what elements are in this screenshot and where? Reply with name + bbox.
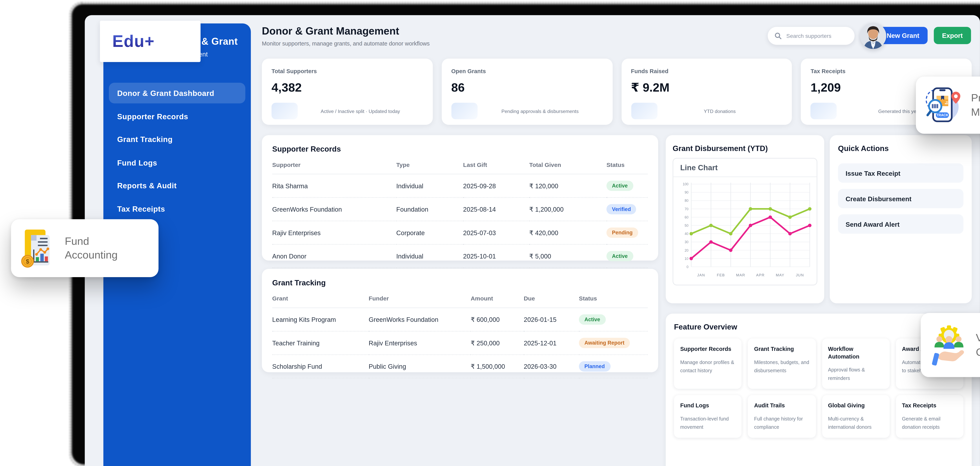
y-tick-label: 100 [682, 182, 689, 186]
y-tick-label: 0 [687, 265, 689, 269]
y-tick-label: 90 [685, 191, 689, 195]
table-cell[interactable]: Rajiv Enterprises [369, 332, 471, 355]
sidebar-item-tax-receipts[interactable]: Tax Receipts [109, 198, 245, 219]
sidebar-item-grant-tracking[interactable]: Grant Tracking [109, 129, 245, 150]
column-header-type: Type [396, 153, 463, 174]
table-cell[interactable]: Planned [579, 355, 648, 378]
table-cell[interactable]: 2025-08-14 [463, 198, 530, 222]
project-monitoring-icon: TRACK [921, 83, 964, 127]
feature-card-fund-logs: Fund LogsTransaction-level fund movement [674, 395, 742, 438]
table-cell[interactable]: 2025-07-03 [463, 221, 530, 245]
table-cell[interactable]: ₹ 250,000 [471, 332, 524, 355]
volunteer-coordination-icon [929, 322, 969, 368]
table-cell[interactable]: Public Giving [369, 355, 471, 378]
month-label: JUN [796, 273, 804, 277]
search-input[interactable] [785, 32, 851, 40]
table-cell[interactable]: Scholarship Fund [272, 355, 369, 378]
feature-overview-title: Feature Overview [674, 322, 964, 331]
y-tick-label: 70 [685, 207, 689, 211]
table-cell[interactable]: Individual [396, 174, 463, 198]
feature-title: Audit Trails [754, 402, 809, 410]
table-cell[interactable]: ₹ 120,000 [529, 174, 606, 198]
export-button[interactable]: Export [934, 27, 971, 44]
month-label: FEB [717, 273, 725, 277]
stat-label: Total Supporters [272, 67, 423, 74]
feature-description: Generate & email donation receipts [902, 415, 957, 431]
quick-action-send-award-alert[interactable]: Send Award Alert [838, 214, 964, 234]
column-header-grant: Grant [272, 287, 369, 308]
quick-action-issue-tax-receipt[interactable]: Issue Tax Receipt [838, 163, 964, 183]
chart-point [689, 257, 693, 260]
table-cell[interactable]: Corporate [396, 221, 463, 245]
table-cell[interactable]: ₹ 1,500,000 [471, 355, 524, 378]
table-cell[interactable]: Rita Sharma [272, 174, 396, 198]
chart-point [768, 215, 772, 219]
month-label: MAY [776, 273, 784, 277]
fund-accounting-badge: $ Fund Accounting [11, 219, 158, 277]
column-header-supporter: Supporter [272, 153, 396, 174]
fund-accounting-label: Fund Accounting [65, 234, 124, 262]
table-cell[interactable]: Verified [606, 198, 648, 222]
status-badge-awaiting-report: Awaiting Report [579, 338, 630, 348]
table-cell[interactable]: Awaiting Report [579, 332, 648, 355]
table-cell[interactable]: Anon Donor [272, 245, 396, 268]
table-cell[interactable]: GreenWorks Foundation [272, 198, 396, 222]
feature-title: Grant Tracking [754, 345, 809, 353]
table-cell[interactable]: Individual [396, 245, 463, 268]
table-cell[interactable]: Foundation [396, 198, 463, 222]
status-badge-active: Active [606, 251, 633, 261]
feature-card-tax-receipts: Tax ReceiptsGenerate & email donation re… [896, 395, 963, 438]
supporter-records-card: Supporter Records SupporterTypeLast Gift… [262, 135, 658, 261]
stat-card-total-supporters: Total Supporters 4,382 Active / Inactive… [262, 59, 433, 125]
status-badge-planned: Planned [579, 361, 610, 372]
status-badge-active: Active [579, 314, 606, 325]
table-cell[interactable]: Rajiv Enterprises [272, 221, 396, 245]
table-cell[interactable]: Learning Kits Program [272, 308, 369, 332]
table-cell[interactable]: 2025-09-28 [463, 174, 530, 198]
logo-card: Edu+ [100, 21, 200, 62]
stat-label: Tax Receipts [811, 67, 962, 74]
feature-description: Milestones, budgets, and disbursements [754, 359, 809, 374]
sidebar-item-supporter-records[interactable]: Supporter Records [109, 106, 245, 126]
table-cell[interactable]: Pending [606, 221, 648, 245]
stat-label: Open Grants [451, 67, 603, 74]
feature-title: Global Giving [828, 402, 883, 410]
y-tick-label: 10 [685, 257, 689, 261]
quick-action-create-disbursement[interactable]: Create Disbursement [838, 189, 964, 208]
stat-cards-row: Total Supporters 4,382 Active / Inactive… [262, 59, 972, 125]
table-cell[interactable]: 2026-01-15 [524, 308, 579, 332]
table-cell[interactable]: ₹ 600,000 [471, 308, 524, 332]
stat-trend-pill [272, 103, 298, 119]
chart-point [808, 207, 811, 211]
table-cell[interactable]: Teacher Training [272, 332, 369, 355]
sidebar-item-fund-logs[interactable]: Fund Logs [109, 152, 245, 172]
table-cell[interactable]: Active [606, 245, 648, 268]
table-cell[interactable]: ₹ 1,200,000 [529, 198, 606, 222]
status-badge-active: Active [606, 180, 633, 191]
search-box[interactable] [768, 27, 854, 45]
table-cell[interactable]: ₹ 420,000 [529, 221, 606, 245]
avatar[interactable] [860, 23, 886, 49]
table-cell[interactable]: Active [579, 308, 648, 332]
feature-description: Manage donor profiles & contact history [680, 359, 735, 374]
sidebar-item-reports-audit[interactable]: Reports & Audit [109, 175, 245, 196]
month-label: APR [756, 273, 765, 277]
track-label: TRACK [937, 113, 949, 117]
table-cell[interactable]: Active [606, 174, 648, 198]
feature-description: Full change history for compliance [754, 415, 809, 431]
screenshot-stage: Donor & Grant Management Donor & Grant D… [0, 0, 980, 466]
chart-point [710, 241, 713, 244]
table-cell[interactable]: 2025-12-01 [524, 332, 579, 355]
page-title: Donor & Grant Management [262, 25, 399, 37]
table-cell[interactable]: 2025-10-01 [463, 245, 530, 268]
chart-point [729, 232, 732, 236]
table-cell[interactable]: 2026-03-30 [524, 355, 579, 378]
stat-value: 86 [451, 81, 603, 95]
project-monitoring-badge: TRACK Project Monitoring [916, 77, 980, 134]
feature-card-audit-trails: Audit TrailsFull change history for comp… [748, 395, 816, 438]
chart-point [749, 207, 752, 211]
table-cell[interactable]: GreenWorks Foundation [369, 308, 471, 332]
table-cell[interactable]: ₹ 5,000 [529, 245, 606, 268]
sidebar-item-donor-grant-dashboard[interactable]: Donor & Grant Dashboard [109, 83, 245, 103]
status-badge-verified: Verified [606, 204, 636, 214]
